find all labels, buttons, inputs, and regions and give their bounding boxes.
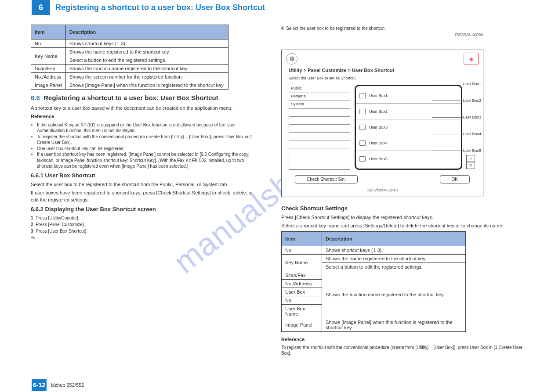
table-row: No.Shows shortcut keys (1-3). — [282, 246, 466, 254]
folder-icon — [359, 109, 366, 114]
check-p2: Select a shortcut key name and press [Se… — [281, 223, 523, 229]
table-row: Image PanelShows [Image Panel] when this… — [282, 318, 466, 331]
step-2: 2 Press [Panel Customize]. — [31, 222, 259, 227]
table-row: Key NameShows the name registered to the… — [282, 254, 466, 263]
subsection-p1: Select the user box to be registered to … — [31, 181, 259, 188]
list-item[interactable] — [289, 133, 350, 140]
list-item: If the optional Keypad KP-101 is equippe… — [37, 122, 259, 134]
ok-button[interactable]: OK — [440, 175, 470, 183]
folder-row[interactable]: User Box4 — [356, 135, 461, 151]
callout: User Box2 — [463, 92, 524, 109]
reference-label-right: Reference — [281, 336, 523, 343]
check-shortcut-button[interactable]: Check Shortcut Set. — [295, 175, 358, 183]
folder-row[interactable]: User Box1 — [356, 88, 461, 104]
figure-memo: YM00US_G2-58 — [281, 32, 523, 36]
panel-timestamp: 10/02/2009 11:43 — [282, 186, 483, 192]
callout: User Box1 — [463, 76, 524, 92]
list-item: One user box shortcut key can be registe… — [37, 146, 259, 152]
footer-page-number: 6-12 — [32, 379, 47, 391]
folder-row[interactable]: User Box3 — [356, 119, 461, 135]
list-item[interactable]: System — [289, 101, 350, 109]
folder-icon — [359, 140, 366, 146]
subsection-6-6-1: 6.6.1 User Box Shortcut — [31, 172, 259, 179]
table-row: Scan/FaxShows the function name register… — [31, 65, 229, 73]
step-1: 1 Press [Utility/Counter]. — [31, 215, 259, 221]
check-shortcut-heading: Check Shortcut Settings — [281, 205, 523, 212]
table-row: Key NameShows the name registered to the… — [31, 48, 229, 56]
callout: User Box5 — [463, 142, 524, 159]
check-p1: Press [Check Shortcut Settings] to displ… — [281, 214, 523, 221]
header-title: Registering a shortcut to a user box: Us… — [55, 3, 265, 12]
step-4: 4 Select the user box to be registered t… — [281, 25, 523, 31]
th-item: Item — [282, 231, 322, 246]
list-item[interactable] — [289, 117, 350, 125]
footer-product: bizhub 652/552 — [51, 382, 84, 388]
folder-row[interactable]: User Box5 — [356, 151, 461, 167]
panel-tagline: Select the User Box to set as Shortcut. — [282, 74, 483, 82]
step-3: 3 Press [User Box Shortcut]. — [31, 228, 259, 234]
reference-label: Reference — [31, 113, 259, 120]
folder-icon — [359, 93, 366, 98]
table-row: No.Shows shortcut keys (1-3). — [31, 40, 229, 48]
list-item[interactable] — [289, 109, 350, 117]
device-panel: ✻ ◈ Utility > Panel Customize > User Box… — [281, 50, 483, 197]
reference-list: If the optional Keypad KP-101 is equippe… — [37, 122, 259, 169]
folder-list: User Box1 User Box2 User Box3 User Box4 … — [355, 85, 462, 170]
shortcut-table-right: ItemDescription No.Shows shortcut keys (… — [281, 231, 466, 332]
arrow-hint: % — [31, 235, 259, 241]
table-row: No./AddressShows the screen number for t… — [31, 73, 229, 81]
folder-icon — [359, 125, 366, 130]
th-desc: Description — [322, 231, 466, 246]
list-item[interactable] — [289, 140, 350, 148]
subsection-p2: If user boxes have been registered to sh… — [31, 190, 259, 203]
scroll-down-button[interactable]: ▽ — [466, 162, 475, 169]
list-item: To register the shortcut with the conven… — [37, 134, 259, 146]
shortcut-table-left: ItemDescription No.Shows shortcut keys (… — [31, 25, 229, 90]
page-footer: 6-12 bizhub 652/552 — [32, 379, 84, 391]
page-header: 6 Registering a shortcut to a user box: … — [32, 0, 555, 15]
table-row: Image PanelShows [Image Panel] when this… — [31, 81, 229, 90]
section-intro: A shortcut key to a user box saved with … — [31, 105, 259, 111]
subsection-6-6-2: 6.6.2 Displaying the User Box Shortcut s… — [31, 206, 259, 212]
section-6-6-heading: 6.6 Registering a shortcut to a user box… — [31, 94, 259, 101]
list-item[interactable] — [289, 148, 350, 156]
folder-icon — [359, 156, 366, 162]
star-icon: ✻ — [286, 53, 297, 65]
callout-group: User Box1 User Box2 User Box3 User Box4 … — [463, 76, 524, 159]
panel-breadcrumb: Utility > Panel Customize > User Box Sho… — [282, 68, 483, 74]
th-item: Item — [31, 25, 66, 40]
list-item[interactable] — [289, 125, 350, 133]
list-item[interactable]: Public — [289, 85, 350, 93]
callout: User Box4 — [463, 126, 524, 142]
section-number-box: 6 — [32, 0, 50, 15]
cube-icon[interactable]: ◈ — [464, 53, 479, 65]
th-desc: Description — [65, 25, 228, 40]
list-item[interactable]: Personal — [289, 93, 350, 101]
list-item: If a user box shortcut key has been regi… — [37, 151, 259, 169]
box-type-list[interactable]: Public Personal System — [289, 85, 350, 170]
reference-text-right: To register the shortcut with the conven… — [281, 345, 523, 356]
callout: User Box3 — [463, 109, 524, 126]
table-row: Scan/FaxShows the function name register… — [282, 271, 466, 279]
